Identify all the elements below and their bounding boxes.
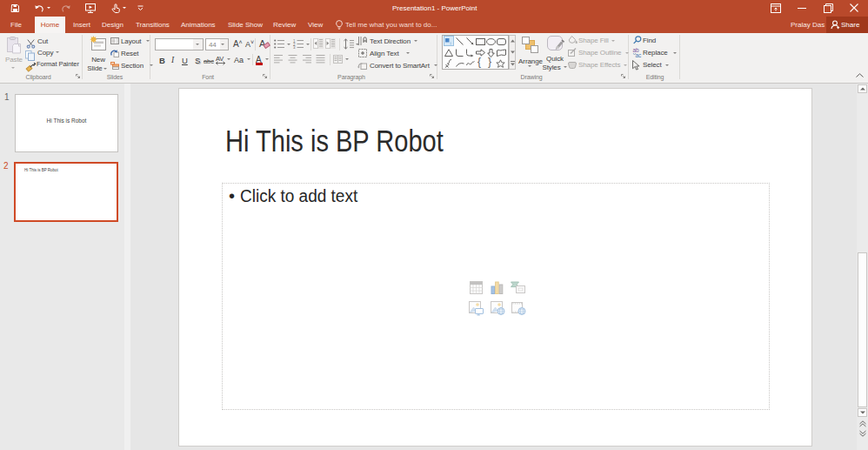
svg-text:ac: ac xyxy=(636,52,643,58)
svg-text:3: 3 xyxy=(293,45,296,50)
